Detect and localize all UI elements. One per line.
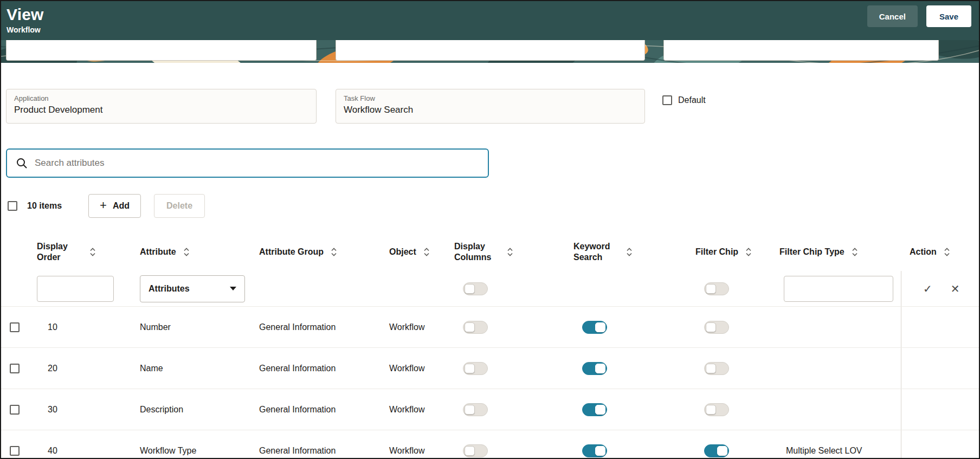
default-checkbox[interactable] (662, 95, 672, 105)
task-flow-field[interactable]: Task Flow Workflow Search (336, 89, 645, 124)
filter-chip-type-filter-input[interactable] (784, 276, 893, 302)
row-checkbox-cell (1, 307, 28, 347)
display-columns-filter-cell (446, 271, 565, 306)
confirm-check-icon[interactable]: ✓ (923, 282, 932, 295)
title-block: View Workflow (7, 5, 44, 34)
search-icon (16, 157, 28, 169)
display-order-cell: 40 (28, 430, 131, 459)
row-checkbox-cell (1, 430, 28, 459)
cell-text: General Information (259, 364, 336, 373)
column-header-filter-chip[interactable]: Filter Chip (687, 233, 771, 271)
row-checkbox[interactable] (10, 405, 20, 415)
filter-chip-type-cell (771, 307, 901, 347)
view-workflow-page: View Workflow Cancel Save (0, 0, 980, 459)
object-cell: Workflow (381, 389, 446, 430)
column-label: Filter Chip Type (779, 247, 844, 257)
display-columns-toggle[interactable] (463, 444, 488, 457)
table-filter-row: Attributes ✓ ✕ (1, 271, 980, 306)
display-columns-toggle[interactable] (463, 403, 488, 416)
page-title: View (7, 5, 44, 23)
search-attributes-box[interactable] (6, 148, 489, 178)
row-checkbox[interactable] (10, 364, 20, 373)
sort-icon[interactable] (745, 247, 752, 257)
toggle-knob (706, 364, 716, 373)
attribute-cell: Description (131, 389, 250, 430)
row-checkbox[interactable] (10, 322, 20, 332)
display-columns-toggle[interactable] (463, 362, 488, 375)
filter-chip-toggle[interactable] (704, 444, 729, 457)
column-header-display-order[interactable]: Display Order (28, 233, 131, 271)
toggle-knob (465, 405, 475, 415)
column-label: Display Order (37, 241, 82, 263)
cell-text: General Information (259, 446, 336, 456)
truncated-field-1 (6, 40, 317, 61)
attribute-group-cell: General Information (250, 430, 381, 459)
object-cell: Workflow (381, 348, 446, 389)
cancel-x-icon[interactable]: ✕ (951, 282, 960, 295)
task-flow-field-label: Task Flow (344, 94, 637, 102)
filter-chip-filter-toggle[interactable] (704, 282, 729, 295)
attribute-group-filter-cell (250, 271, 381, 306)
display-columns-toggle[interactable] (463, 321, 488, 334)
cell-text: Workflow (389, 364, 425, 373)
column-header-filter-chip-type[interactable]: Filter Chip Type (771, 233, 901, 271)
display-order-cell: 30 (28, 389, 131, 430)
sort-icon[interactable] (852, 247, 858, 257)
keyword-search-toggle[interactable] (582, 444, 607, 457)
application-field[interactable]: Application Product Development (6, 89, 317, 124)
default-checkbox-label: Default (678, 95, 706, 105)
cell-text: 10 (48, 322, 57, 332)
filter-chip-toggle[interactable] (704, 321, 729, 334)
table-row: 20NameGeneral InformationWorkflow (1, 347, 980, 389)
add-button-label: Add (113, 201, 130, 211)
delete-button[interactable]: Delete (154, 194, 205, 218)
toggle-knob (465, 364, 475, 373)
toggle-knob (465, 446, 475, 456)
cell-text: General Information (259, 322, 336, 332)
column-header-object[interactable]: Object (381, 233, 446, 271)
sort-icon[interactable] (331, 247, 337, 257)
cell-text: General Information (259, 405, 336, 415)
keyword-search-toggle[interactable] (582, 362, 607, 375)
display-columns-cell (446, 307, 565, 347)
filter-chip-cell (687, 389, 771, 430)
filter-chip-toggle[interactable] (704, 403, 729, 416)
filter-chip-type-filter-cell (771, 271, 901, 306)
add-button[interactable]: + Add (88, 194, 141, 218)
cell-text: Workflow Type (140, 446, 196, 456)
attribute-cell: Number (131, 307, 250, 347)
table-toolbar: 10 items + Add Delete (8, 194, 979, 218)
search-input[interactable] (35, 158, 479, 169)
save-button[interactable]: Save (926, 5, 971, 27)
cell-text: Name (140, 364, 163, 373)
keyword-search-toggle[interactable] (582, 321, 607, 334)
cell-text: Multiple Select LOV (786, 446, 862, 456)
sort-icon[interactable] (89, 247, 96, 257)
display-order-filter-input[interactable] (37, 276, 114, 302)
column-header-display-columns[interactable]: Display Columns (446, 233, 565, 271)
decorative-pattern-band (1, 40, 979, 63)
column-header-action[interactable]: Action (901, 233, 980, 271)
toggle-knob (465, 322, 475, 332)
sort-icon[interactable] (183, 247, 190, 257)
sort-icon[interactable] (507, 247, 513, 257)
object-cell: Workflow (381, 430, 446, 459)
sort-icon[interactable] (944, 247, 950, 257)
keyword-search-toggle[interactable] (582, 403, 607, 416)
task-flow-field-value: Workflow Search (344, 105, 637, 115)
row-checkbox[interactable] (10, 446, 20, 456)
column-header-attribute[interactable]: Attribute (131, 233, 250, 271)
sort-icon[interactable] (423, 247, 430, 257)
column-header-attribute-group[interactable]: Attribute Group (250, 233, 381, 271)
column-header-keyword-search[interactable]: Keyword Search (565, 233, 687, 271)
display-columns-filter-toggle[interactable] (463, 282, 488, 295)
cell-text: 40 (48, 446, 57, 456)
keyword-search-filter-cell (565, 271, 687, 306)
cancel-button[interactable]: Cancel (867, 5, 918, 27)
select-all-checkbox[interactable] (8, 201, 17, 211)
filter-chip-toggle[interactable] (704, 362, 729, 375)
sort-icon[interactable] (626, 247, 633, 257)
default-checkbox-wrap[interactable]: Default (662, 95, 706, 105)
cell-text: Workflow (389, 405, 425, 415)
attributes-dropdown[interactable]: Attributes (140, 275, 245, 302)
